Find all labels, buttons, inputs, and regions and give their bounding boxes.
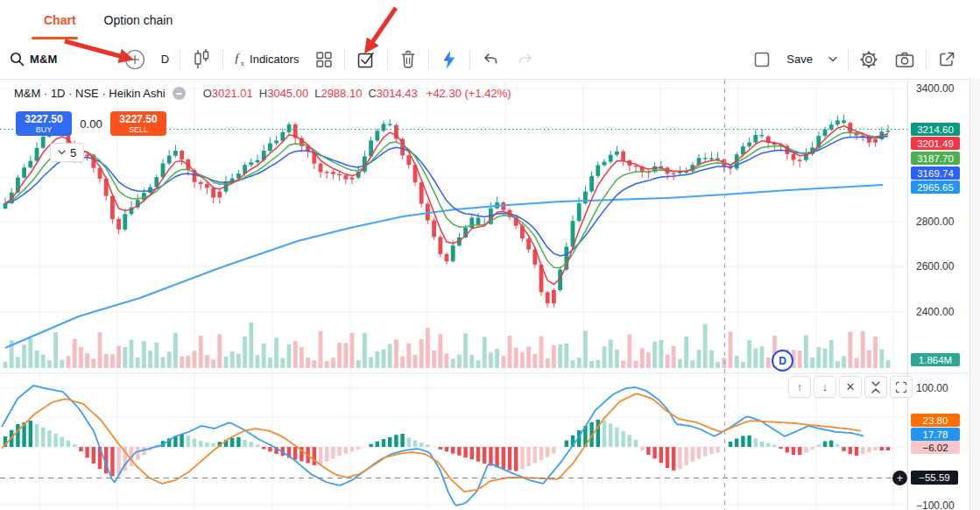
high-value: 3045.00 bbox=[267, 87, 308, 100]
crosshair-price-badge: −55.59 bbox=[911, 471, 958, 485]
tab-chart[interactable]: Chart bbox=[30, 0, 90, 39]
undo-button[interactable] bbox=[473, 46, 508, 74]
candlestick-style-icon bbox=[191, 48, 212, 71]
pane-close-button[interactable]: ✕ bbox=[839, 376, 862, 398]
change-value: +42.30 (+1.42%) bbox=[427, 87, 511, 100]
symbol-search-button[interactable]: M&M bbox=[2, 46, 66, 74]
spread-value: 0.00 bbox=[72, 111, 110, 136]
price-chart-canvas[interactable] bbox=[0, 79, 980, 510]
layout-grid-button[interactable] bbox=[307, 46, 342, 74]
alert-checkbox-button[interactable] bbox=[348, 46, 384, 74]
sell-button[interactable]: 3227.50 SELL bbox=[110, 111, 166, 136]
settings-button[interactable] bbox=[851, 46, 886, 74]
ohlc-values: O3021.01 H3045.00 L2988.10 C3014.43 bbox=[203, 87, 418, 100]
axis-tick-label: 2800.00 bbox=[916, 216, 954, 228]
toolbar-separator bbox=[387, 49, 388, 70]
price-badge: −6.02 bbox=[911, 441, 960, 454]
undo-arrow-icon bbox=[481, 50, 500, 69]
open-value: 3021.01 bbox=[212, 87, 253, 100]
indicators-button[interactable]: ƒx Indicators bbox=[226, 46, 307, 74]
tab-option-chain-label: Option chain bbox=[104, 13, 173, 27]
camera-icon bbox=[894, 50, 915, 69]
price-badge: 1.864M bbox=[911, 353, 960, 366]
axis-tick-label: −100.00 bbox=[916, 499, 955, 510]
plus-circle-icon bbox=[124, 49, 145, 70]
empty-checkbox-icon bbox=[753, 51, 771, 68]
pane-move-down-button[interactable]: ↓ bbox=[814, 376, 836, 398]
axis-tick-label: 2400.00 bbox=[916, 306, 954, 318]
maximize-icon bbox=[894, 380, 908, 394]
chevron-down-icon bbox=[828, 56, 837, 62]
axis-tick-label: 100.00 bbox=[916, 382, 948, 394]
chart-toolbar: M&M D ƒx Indicators bbox=[0, 39, 980, 80]
select-checkbox[interactable] bbox=[745, 46, 779, 74]
toolbar-separator bbox=[428, 49, 429, 70]
right-gutter bbox=[969, 79, 980, 510]
trash-icon bbox=[398, 49, 418, 70]
add-alert-plus-button[interactable]: + bbox=[892, 471, 907, 485]
lightning-bolt-icon bbox=[440, 49, 459, 70]
quick-trade-button[interactable] bbox=[432, 46, 467, 74]
pane-move-up-button[interactable]: ↑ bbox=[788, 376, 811, 398]
price-badge: 3214.60 bbox=[911, 123, 960, 136]
save-label: Save bbox=[786, 53, 813, 66]
indicators-label: Indicators bbox=[250, 53, 299, 66]
toolbar-separator bbox=[180, 49, 180, 70]
snapshot-button[interactable] bbox=[886, 46, 923, 74]
chart-style-button[interactable] bbox=[183, 46, 220, 74]
price-badge: 17.78 bbox=[911, 428, 960, 441]
price-badge: 3201.49 bbox=[911, 137, 960, 150]
trading-app: Chart Option chain M&M D bbox=[0, 0, 980, 510]
toolbar-separator bbox=[344, 49, 345, 70]
sell-price: 3227.50 bbox=[119, 114, 157, 124]
search-icon bbox=[10, 52, 25, 67]
compare-add-button[interactable] bbox=[116, 46, 153, 74]
collapsed-indicators-pill[interactable]: 5 bbox=[50, 143, 84, 162]
fullscreen-button[interactable] bbox=[929, 46, 964, 74]
toolbar-separator bbox=[469, 49, 470, 70]
axis-tick-label: 2600.00 bbox=[916, 260, 954, 273]
chart-legend: M&M · 1D · NSE · Heikin Ashi O3021.01 H3… bbox=[14, 87, 511, 100]
toolbar-separator bbox=[222, 49, 223, 70]
delete-button[interactable] bbox=[391, 46, 426, 74]
dividend-marker[interactable]: D bbox=[772, 350, 793, 372]
save-button[interactable]: Save bbox=[779, 46, 845, 74]
order-panel: 3227.50 BUY 0.00 3227.50 SELL bbox=[16, 111, 166, 136]
tab-chart-label: Chart bbox=[44, 13, 76, 27]
price-badge: 3187.70 bbox=[911, 152, 960, 165]
tab-option-chain[interactable]: Option chain bbox=[90, 0, 187, 39]
close-icon: ✕ bbox=[846, 380, 856, 393]
legend-title: M&M · 1D · NSE · Heikin Ashi bbox=[14, 87, 166, 100]
tab-bar: Chart Option chain bbox=[0, 0, 980, 40]
hide-series-button[interactable] bbox=[173, 87, 186, 100]
buy-button[interactable]: 3227.50 BUY bbox=[16, 111, 72, 136]
checkbox-check-icon bbox=[356, 49, 377, 70]
pane-controls: ↑ ↓ ✕ bbox=[788, 376, 913, 398]
interval-button[interactable]: D bbox=[153, 46, 177, 74]
grid-layout-icon bbox=[314, 50, 334, 69]
open-in-new-icon bbox=[937, 50, 956, 69]
low-value: 2988.10 bbox=[321, 87, 362, 100]
price-badge: 2965.65 bbox=[911, 181, 960, 194]
chevron-down-icon bbox=[58, 150, 66, 155]
redo-button[interactable] bbox=[508, 46, 543, 74]
fx-icon: ƒx bbox=[234, 51, 244, 67]
redo-arrow-icon bbox=[516, 50, 535, 69]
indicator-count: 5 bbox=[70, 146, 76, 159]
arrow-up-icon: ↑ bbox=[797, 380, 803, 393]
price-badge: 23.80 bbox=[911, 414, 960, 427]
pane-collapse-button[interactable] bbox=[864, 376, 887, 398]
buy-price: 3227.50 bbox=[25, 114, 62, 124]
axis-tick-label: 3400.00 bbox=[916, 82, 954, 95]
price-badge: 3169.74 bbox=[911, 166, 960, 180]
interval-label: D bbox=[161, 53, 169, 66]
close-value: 3014.43 bbox=[377, 87, 418, 100]
toolbar-separator bbox=[926, 49, 927, 70]
toolbar-separator bbox=[848, 49, 849, 70]
pane-maximize-button[interactable] bbox=[890, 376, 913, 398]
plus-icon: + bbox=[897, 472, 903, 485]
collapse-icon bbox=[870, 380, 882, 394]
symbol-label: M&M bbox=[30, 53, 58, 66]
arrow-down-icon: ↓ bbox=[822, 380, 828, 393]
gear-icon bbox=[859, 50, 878, 69]
